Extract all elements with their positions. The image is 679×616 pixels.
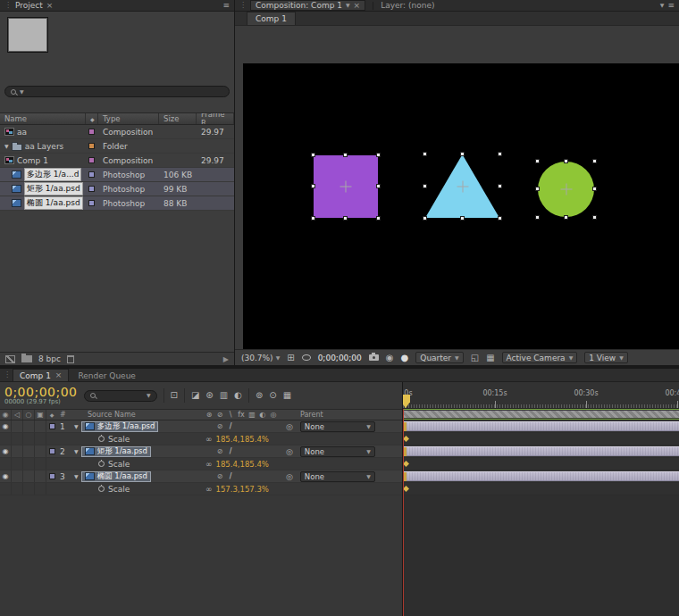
scale-value[interactable]: 157.3,157.3% [216,485,269,494]
mask-visibility-icon[interactable] [302,354,311,361]
selection-handle[interactable] [343,153,348,157]
layer-track-row[interactable] [403,420,679,433]
audio-toggle[interactable] [12,470,23,482]
property-name[interactable]: Scale [108,460,130,469]
layer-name[interactable]: 矩形 1/aa.psd [81,446,151,457]
label-color-chip[interactable] [88,157,95,163]
selection-handle[interactable] [498,184,502,188]
frame-blend-switch-icon[interactable]: ▥ [247,411,257,419]
anchor-point-icon[interactable] [560,184,572,196]
work-area-strip[interactable] [403,409,679,420]
panel-grip-icon[interactable]: ⋮ [4,371,11,379]
trash-icon[interactable] [67,355,74,363]
property-track-row[interactable] [403,458,679,470]
parent-dropdown[interactable]: None ▼ [300,446,375,457]
snapshot-camera-icon[interactable] [369,354,379,361]
keyframe-marker[interactable] [403,461,409,467]
selection-handle[interactable] [376,184,381,188]
selection-handle[interactable] [535,215,540,220]
project-row-selected[interactable]: 多边形 1/a...d Photoshop 106 KB [0,168,234,182]
keyframe-marker[interactable] [403,436,409,442]
label-color-chip[interactable] [49,473,55,479]
timeline-layer-row[interactable]: ◉ 2 ▼ 矩形 1/aa.psd ⊘ / [0,445,402,458]
comp-mini-flowchart-icon[interactable]: ⊡ [171,391,178,400]
grid-options-icon[interactable]: ⊞ [287,354,294,362]
fx-switch-icon[interactable]: fx [236,411,247,419]
draft-3d-icon[interactable]: ◪ [191,391,199,400]
selection-handle[interactable] [460,216,465,221]
layer-name[interactable]: 椭圆 1/aa.psd [81,471,151,482]
keyframe-marker[interactable] [403,486,409,492]
collapse-switch[interactable]: ⊘ [214,472,225,480]
timeline-layer-row[interactable]: ◉ 3 ▼ 椭圆 1/aa.psd ⊘ / [0,470,402,483]
panel-grip-icon[interactable]: ⋮ [4,2,12,9]
close-icon[interactable]: × [55,371,63,379]
selection-handle[interactable] [564,215,568,220]
eye-icon[interactable]: ◉ [3,447,9,455]
collapse-switch[interactable]: ⊘ [214,422,225,430]
twirl-open-icon[interactable]: ▼ [74,424,79,429]
selection-handle[interactable] [535,187,540,191]
solo-column-icon[interactable]: ○ [23,410,35,420]
label-color-chip[interactable] [49,423,55,429]
item-name[interactable]: 多边形 1/a...d [24,168,81,181]
transparency-grid-icon[interactable]: ▦ [486,354,494,362]
label-color-chip[interactable] [88,200,95,206]
panel-menu-icon[interactable]: ≡ [667,1,675,10]
chevron-down-icon[interactable]: ▼ [147,393,151,398]
project-tab-label[interactable]: Project [15,1,43,10]
adjustment-switch-icon[interactable]: ◎ [268,411,279,419]
layer-track-row[interactable] [403,445,679,458]
circle-layer[interactable] [538,162,594,217]
selection-handle[interactable] [311,153,315,157]
show-channels-icon[interactable]: ● [401,354,409,362]
solo-toggle[interactable] [23,445,35,457]
bit-depth-button[interactable]: 8 bpc [38,354,61,363]
selection-handle[interactable] [423,216,427,221]
lock-toggle[interactable] [35,420,46,432]
column-name[interactable]: Name [0,113,86,124]
selection-handle[interactable] [376,153,381,157]
quality-switch-icon[interactable]: \ [225,411,236,419]
anchor-point-icon[interactable] [340,181,352,193]
label-color-chip[interactable] [49,448,55,454]
scale-value[interactable]: 185.4,185.4% [216,460,269,469]
selection-handle[interactable] [460,152,465,156]
constrain-proportions-icon[interactable]: ∞ [205,435,213,444]
scale-property-row[interactable]: Scale ∞185.4,185.4% [0,433,402,445]
comp-viewport[interactable] [243,63,679,349]
comp-viewer-tab[interactable]: Comp 1 [247,12,296,25]
new-folder-icon[interactable] [21,355,32,362]
property-name[interactable]: Scale [108,485,130,494]
column-frame-rate[interactable]: Frame R... [197,113,234,124]
source-name-column[interactable]: Source Name [71,411,204,419]
twirl-open-icon[interactable]: ▼ [74,474,79,479]
region-of-interest-icon[interactable]: ◱ [471,354,479,362]
panel-grip-icon[interactable]: ⋮ [239,2,247,9]
selection-handle[interactable] [423,184,427,188]
selection-handle[interactable] [498,152,502,156]
lock-toggle[interactable] [35,445,46,457]
project-row-selected[interactable]: 矩形 1/aa.psd Photoshop 99 KB [0,182,234,196]
layer-duration-bar[interactable] [403,446,679,456]
anchor-point-icon[interactable] [457,180,468,192]
time-ruler[interactable]: 0s 00:15s 00:30s 00:45s [403,382,679,409]
lock-toggle[interactable] [35,470,46,482]
project-row[interactable]: Comp 1 Composition 29.97 [0,154,234,168]
twirl-open-icon[interactable]: ▼ [74,449,79,454]
label-color-chip[interactable] [88,186,95,192]
scale-property-row[interactable]: Scale ∞157.3,157.3% [0,483,402,495]
item-name[interactable]: 椭圆 1/aa.psd [24,196,83,210]
selection-handle[interactable] [592,215,597,220]
stopwatch-icon[interactable] [98,461,105,467]
selection-handle[interactable] [592,159,597,163]
view-layout-dropdown[interactable]: 1 View ▼ [584,352,628,363]
lock-column-icon[interactable]: ▣ [35,410,46,420]
property-track-row[interactable] [403,433,679,445]
quality-switch[interactable]: / [225,472,236,480]
pickwhip-icon[interactable]: ◎ [286,472,293,481]
solo-toggle[interactable] [23,470,35,482]
pickwhip-icon[interactable]: ◎ [286,422,293,431]
constrain-proportions-icon[interactable]: ∞ [205,460,213,469]
selection-handle[interactable] [592,187,597,191]
